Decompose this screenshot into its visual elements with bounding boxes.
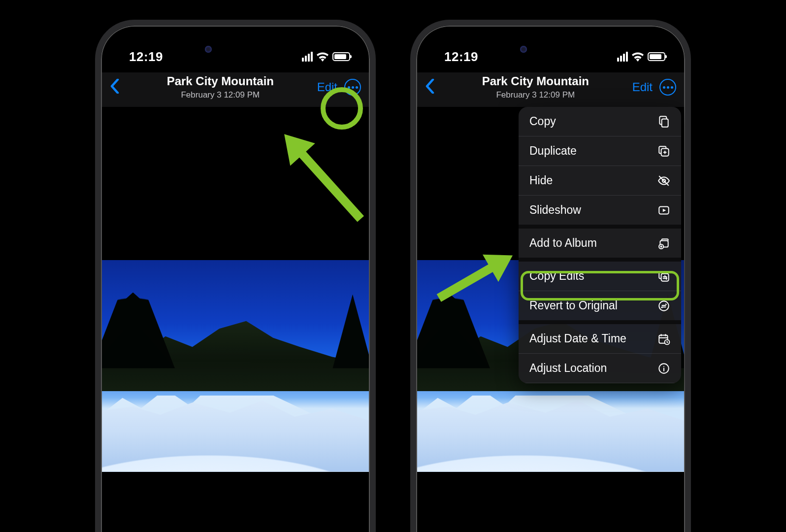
- menu-label: Adjust Location: [529, 362, 607, 375]
- menu-item-adjust-date-time[interactable]: Adjust Date & Time: [519, 324, 681, 354]
- copy-edits-icon: [657, 270, 670, 283]
- menu-label: Adjust Date & Time: [529, 332, 626, 345]
- more-button[interactable]: [659, 79, 676, 96]
- hide-icon: [657, 174, 670, 187]
- menu-item-revert-to-original[interactable]: Revert to Original: [519, 291, 681, 324]
- dynamic-island: [506, 39, 595, 59]
- more-button[interactable]: [344, 79, 361, 96]
- menu-label: Copy Edits: [529, 269, 584, 283]
- status-time: 12:19: [444, 49, 478, 65]
- revert-icon: [657, 299, 670, 312]
- cellular-icon: [617, 52, 628, 62]
- back-button[interactable]: [425, 79, 439, 96]
- edit-button[interactable]: Edit: [632, 80, 653, 94]
- nav-bar: Park City Mountain February 3 12:09 PM E…: [101, 72, 370, 107]
- status-icons: [302, 52, 350, 62]
- nav-subtitle: February 3 12:09 PM: [439, 90, 632, 100]
- status-icons: [617, 52, 665, 62]
- wifi-icon: [632, 52, 644, 62]
- menu-item-copy[interactable]: Copy: [519, 107, 681, 136]
- menu-item-hide[interactable]: Hide: [519, 166, 681, 196]
- menu-label: Add to Album: [529, 236, 597, 250]
- slideshow-icon: [657, 204, 670, 217]
- nav-title-block: Park City Mountain February 3 12:09 PM: [124, 74, 317, 100]
- add-album-icon: [657, 237, 670, 250]
- status-time: 12:19: [129, 49, 163, 65]
- edit-button[interactable]: Edit: [317, 80, 337, 94]
- battery-icon: [332, 52, 350, 61]
- menu-item-duplicate[interactable]: Duplicate: [519, 136, 681, 166]
- svg-rect-0: [662, 119, 668, 127]
- dynamic-island: [191, 39, 280, 59]
- duplicate-icon: [657, 145, 670, 158]
- svg-point-7: [659, 301, 669, 311]
- menu-label: Revert to Original: [529, 299, 618, 312]
- menu-label: Hide: [529, 174, 553, 187]
- nav-title-block: Park City Mountain February 3 12:09 PM: [439, 74, 632, 100]
- nav-bar: Park City Mountain February 3 12:09 PM E…: [416, 72, 685, 107]
- front-camera: [205, 46, 212, 53]
- calendar-clock-icon: [657, 332, 670, 345]
- iphone-mockup-left: 12:19 Park City Mountain February 3 12:0…: [95, 20, 376, 532]
- battery-icon: [648, 52, 665, 61]
- menu-item-add-to-album[interactable]: Add to Album: [519, 229, 681, 262]
- menu-item-copy-edits[interactable]: Copy Edits: [519, 262, 681, 291]
- screen: 12:19 Park City Mountain February 3 12:0…: [101, 26, 370, 532]
- menu-label: Copy: [529, 115, 556, 128]
- menu-label: Slideshow: [529, 203, 581, 217]
- photo-viewport[interactable]: [101, 107, 370, 532]
- iphone-mockup-right: 12:19 Park City Mountain February 3 12:0…: [410, 20, 691, 532]
- menu-item-adjust-location[interactable]: Adjust Location: [519, 354, 681, 383]
- menu-label: Duplicate: [529, 144, 577, 158]
- context-menu: Copy Duplicate Hide Slideshow Add to Alb…: [519, 107, 681, 383]
- front-camera: [520, 46, 527, 53]
- screen: 12:19 Park City Mountain February 3 12:0…: [416, 26, 685, 532]
- wifi-icon: [317, 52, 328, 62]
- menu-item-slideshow[interactable]: Slideshow: [519, 196, 681, 229]
- cellular-icon: [302, 52, 313, 62]
- copy-icon: [657, 115, 670, 128]
- photo-mountain-landscape: [101, 260, 370, 472]
- nav-subtitle: February 3 12:09 PM: [124, 90, 317, 100]
- back-button[interactable]: [110, 79, 124, 96]
- nav-title: Park City Mountain: [124, 74, 317, 89]
- location-info-icon: [657, 362, 670, 375]
- nav-title: Park City Mountain: [439, 74, 632, 89]
